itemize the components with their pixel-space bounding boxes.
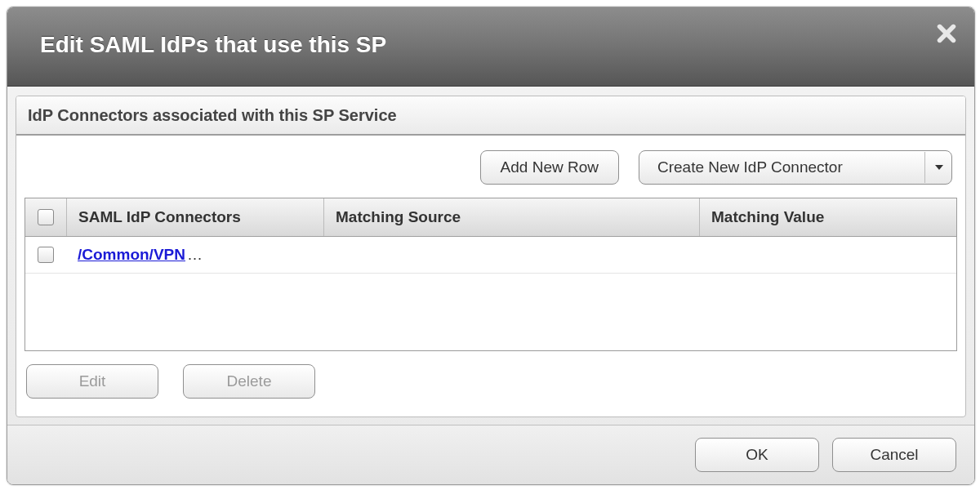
chevron-down-icon bbox=[935, 165, 943, 170]
create-new-idp-connector-dropdown[interactable]: Create New IdP Connector bbox=[639, 150, 952, 185]
dropdown-caret-wrap bbox=[924, 152, 943, 183]
cancel-button-label: Cancel bbox=[870, 446, 918, 464]
cancel-button[interactable]: Cancel bbox=[832, 438, 956, 472]
idp-connector-table: SAML IdP Connectors Matching Source Matc… bbox=[24, 198, 957, 351]
delete-button-label: Delete bbox=[227, 372, 272, 390]
header-matching-value: Matching Value bbox=[700, 198, 956, 236]
ok-button[interactable]: OK bbox=[695, 438, 819, 472]
header-checkbox-cell bbox=[25, 198, 67, 236]
add-new-row-button[interactable]: Add New Row bbox=[480, 150, 619, 185]
titlebar: Edit SAML IdPs that use this SP bbox=[7, 7, 974, 87]
add-new-row-label: Add New Row bbox=[501, 158, 599, 176]
connector-ellipsis: … bbox=[187, 246, 203, 264]
table-actions: Edit Delete bbox=[26, 364, 965, 399]
header-matching-source: Matching Source bbox=[324, 198, 700, 236]
dialog-footer: OK Cancel bbox=[7, 425, 974, 484]
edit-button-label: Edit bbox=[79, 372, 106, 390]
edit-button[interactable]: Edit bbox=[26, 364, 158, 399]
row-matching-value-cell bbox=[700, 237, 956, 273]
toolbar-row: Add New Row Create New IdP Connector bbox=[16, 136, 965, 196]
create-new-idp-connector-label: Create New IdP Connector bbox=[657, 158, 843, 176]
table-header-row: SAML IdP Connectors Matching Source Matc… bbox=[25, 198, 956, 237]
dialog-edit-saml-idps: Edit SAML IdPs that use this SP IdP Conn… bbox=[7, 7, 975, 485]
dialog-title: Edit SAML IdPs that use this SP bbox=[40, 32, 386, 58]
close-icon[interactable] bbox=[935, 22, 958, 45]
ok-button-label: OK bbox=[746, 446, 768, 464]
row-checkbox-cell bbox=[25, 237, 66, 273]
header-connectors: SAML IdP Connectors bbox=[67, 198, 324, 236]
table-row[interactable]: /Common/VPN… bbox=[25, 237, 956, 274]
row-checkbox[interactable] bbox=[38, 247, 54, 263]
body-panel: IdP Connectors associated with this SP S… bbox=[16, 96, 966, 417]
row-connector-cell: /Common/VPN… bbox=[66, 237, 323, 273]
delete-button[interactable]: Delete bbox=[183, 364, 315, 399]
row-matching-source-cell bbox=[323, 237, 700, 273]
select-all-checkbox[interactable] bbox=[38, 209, 54, 225]
section-header: IdP Connectors associated with this SP S… bbox=[16, 96, 965, 136]
connector-link[interactable]: /Common/VPN bbox=[78, 246, 185, 264]
